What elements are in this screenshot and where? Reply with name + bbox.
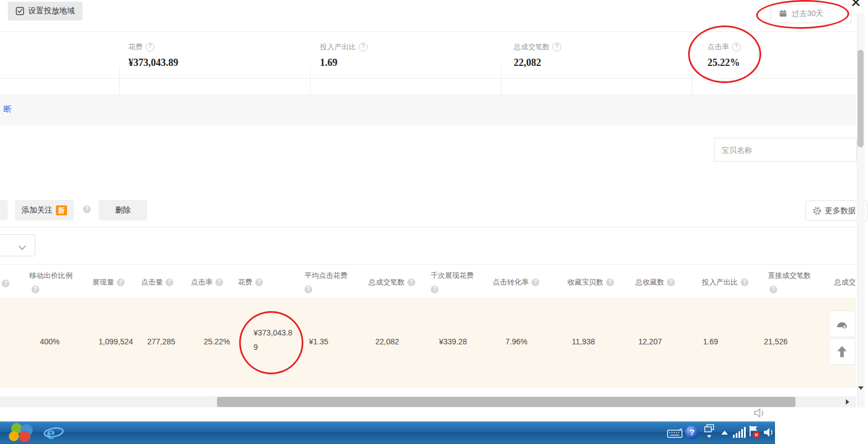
stat-value: 1.69 — [320, 57, 368, 69]
stat-value: ¥373,043.89 — [128, 57, 178, 69]
help-icon[interactable]: ? — [732, 43, 741, 51]
arrow-up-icon — [836, 345, 848, 358]
col-label: 移动出价比例 — [29, 271, 73, 281]
back-to-top-button[interactable] — [829, 338, 855, 365]
cell-ctr: 25.22% — [204, 337, 230, 346]
show-hidden-icons[interactable] — [721, 431, 728, 435]
col-label: 花费 — [238, 277, 252, 287]
service-button[interactable] — [829, 311, 855, 337]
stat-label: 投入产出比 — [320, 42, 356, 52]
ie-browser-icon[interactable]: e — [43, 422, 64, 444]
start-logo-icon[interactable] — [9, 423, 34, 443]
delete-label: 删除 — [115, 205, 131, 215]
table-top-divider — [0, 264, 856, 265]
col-header-total-trans[interactable]: 总成交 — [834, 277, 856, 287]
cell-roi: 1.69 — [703, 337, 718, 346]
speaker-icon[interactable] — [753, 407, 766, 421]
new-badge: 新 — [56, 205, 67, 215]
help-icon[interactable]: ? — [769, 286, 777, 293]
scroll-down-arrow[interactable] — [858, 386, 864, 390]
help-icon[interactable]: ? — [606, 278, 614, 286]
cell-clicks: 277,285 — [147, 337, 175, 346]
col-header-clicks[interactable]: 点击量? — [141, 277, 173, 287]
item-name-input[interactable] — [714, 138, 857, 162]
svg-text:e: e — [46, 422, 55, 443]
vertical-scrollbar-thumb[interactable] — [857, 50, 864, 147]
col-header-direct-deals[interactable]: 直接成交笔数 — [768, 271, 811, 281]
scroll-right-arrow[interactable] — [846, 399, 849, 405]
network-signal-icon[interactable] — [733, 427, 747, 438]
cell-total-deals: 22,082 — [375, 337, 399, 346]
col-header-total-deals[interactable]: 总成交笔数? — [369, 277, 415, 287]
cell-direct-deals: 21,526 — [764, 337, 788, 346]
cell-spend: ¥373,043.89 — [254, 326, 294, 354]
col-header-favorited-items[interactable]: 收藏宝贝数? — [567, 277, 614, 287]
col-header-spend[interactable]: 花费? — [238, 277, 263, 287]
col-label: 总收藏数 — [636, 277, 664, 287]
stat-card-roi: 投入产出比? 1.69 — [320, 42, 368, 69]
col-label: 平均点击花费 — [304, 271, 348, 281]
date-range-button[interactable]: 过去30天 — [771, 4, 851, 23]
col-header-mobile-bid-ratio[interactable]: 移动出价比例 — [29, 271, 73, 281]
col-label: 直接成交笔数 — [768, 271, 811, 281]
add-watch-label: 添加关注 — [22, 205, 53, 215]
stat-value: 22,082 — [514, 57, 561, 69]
stat-value: 25.22% — [707, 57, 741, 69]
col-header-total-favorites[interactable]: 总收藏数? — [636, 277, 675, 287]
stat-label: 总成交笔数 — [514, 42, 550, 52]
col-label: 点击量 — [141, 277, 163, 287]
diagnose-link[interactable]: 断 — [3, 104, 12, 115]
delete-button[interactable]: 删除 — [99, 200, 147, 220]
stat-card-ctr: 点击率? 25.22% — [707, 42, 741, 69]
help-icon[interactable]: ? — [431, 286, 438, 293]
map-check-icon — [16, 7, 24, 16]
help-tray-icon[interactable]: ? — [685, 426, 699, 439]
help-icon[interactable]: ? — [146, 43, 154, 51]
bulk-action-select[interactable] — [0, 234, 35, 256]
network-error-flag-icon[interactable]: ✕ — [748, 425, 761, 441]
windows-switch-icon[interactable] — [704, 424, 714, 441]
help-icon[interactable]: ? — [255, 278, 263, 286]
help-icon[interactable]: ? — [531, 278, 539, 286]
close-icon[interactable]: ✕ — [850, 0, 861, 11]
cell-avg-click-cost: ¥1.35 — [309, 337, 328, 346]
set-region-button[interactable]: 设置投放地域 — [8, 2, 82, 20]
col-label: 千次展现花费 — [431, 271, 474, 281]
col-header-roi[interactable]: 投入产出比? — [702, 277, 748, 287]
help-icon[interactable]: ? — [2, 280, 9, 287]
help-icon[interactable]: ? — [667, 278, 675, 286]
col-header-ctr[interactable]: 点击率? — [191, 277, 223, 287]
col-header-cpm[interactable]: 千次展现花费 — [431, 271, 474, 281]
help-icon[interactable]: ? — [83, 205, 91, 213]
help-icon[interactable]: ? — [166, 278, 173, 286]
keyboard-icon[interactable] — [667, 428, 683, 440]
col-header-avg-click-cost[interactable]: 平均点击花费 — [304, 271, 348, 281]
help-icon[interactable]: ? — [359, 43, 368, 51]
add-watch-button[interactable]: 添加关注 新 — [15, 200, 74, 220]
help-icon[interactable]: ? — [32, 286, 39, 293]
col-header-impressions[interactable]: 展现量? — [92, 277, 125, 287]
help-icon[interactable]: ? — [304, 286, 312, 293]
col-label: 展现量 — [92, 277, 114, 287]
date-range-label: 过去30天 — [792, 9, 824, 19]
gear-icon — [813, 206, 822, 215]
help-icon[interactable]: ? — [117, 278, 125, 286]
cell-mobile-bid-ratio: 400% — [40, 337, 60, 346]
col-label: 投入产出比 — [702, 277, 738, 287]
col-label: 点击转化率 — [493, 277, 529, 287]
col-label: 收藏宝贝数 — [567, 277, 603, 287]
cell-favorited-items: 11,938 — [572, 337, 595, 346]
help-icon[interactable]: ? — [215, 278, 223, 286]
more-data-label: 更多数据 — [825, 206, 856, 216]
help-icon[interactable]: ? — [741, 278, 748, 286]
col-header-click-conversion[interactable]: 点击转化率? — [493, 277, 539, 287]
horizontal-scrollbar-thumb[interactable] — [217, 397, 795, 407]
volume-icon[interactable] — [763, 426, 775, 441]
cell-total-favorites: 12,207 — [638, 337, 662, 346]
calendar-icon — [779, 9, 787, 18]
help-icon[interactable]: ? — [552, 43, 561, 51]
help-icon[interactable]: ? — [407, 278, 415, 286]
cell-cpm: ¥339.28 — [439, 337, 467, 346]
clipped-button[interactable] — [0, 200, 8, 220]
stat-card-total-deals: 总成交笔数? 22,082 — [514, 42, 561, 69]
